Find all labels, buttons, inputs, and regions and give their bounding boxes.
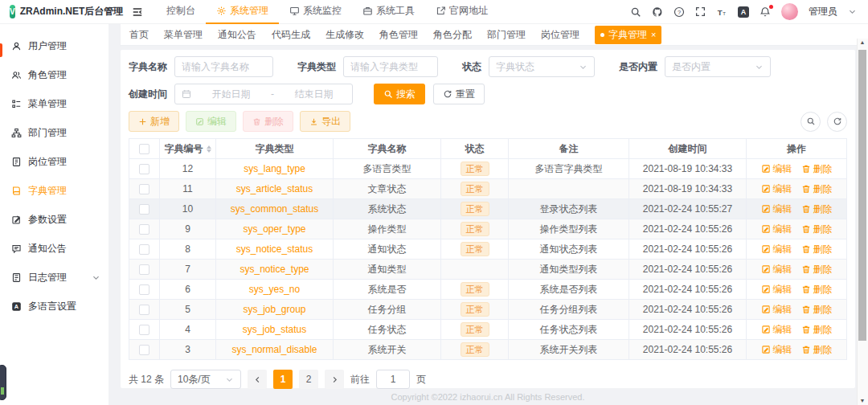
row-edit-button[interactable]: 编辑 <box>761 263 792 276</box>
tab-item[interactable]: 角色管理 <box>379 28 418 42</box>
row-checkbox[interactable] <box>139 284 149 295</box>
scroll-down-icon[interactable]: ▼ <box>857 398 868 403</box>
top-nav-item[interactable]: 系统管理 <box>206 0 279 24</box>
sidebar-item[interactable]: 用户管理 <box>0 31 108 60</box>
top-nav-item[interactable]: 官网地址 <box>425 0 498 24</box>
row-checkbox[interactable] <box>139 325 149 335</box>
tab-active[interactable]: 字典管理× <box>595 26 661 44</box>
col-dict-id[interactable]: 字典编号 <box>160 139 216 159</box>
builtin-select[interactable]: 是否内置 <box>665 56 771 77</box>
avatar[interactable] <box>781 3 798 20</box>
dict-type-link[interactable]: sys_lang_type <box>216 159 334 179</box>
row-checkbox[interactable] <box>139 345 149 355</box>
sidebar-item[interactable]: 岗位管理 <box>0 147 108 176</box>
top-nav-item[interactable]: 控制台 <box>156 0 206 24</box>
next-page-button[interactable] <box>325 370 344 389</box>
row-edit-button[interactable]: 编辑 <box>761 323 792 337</box>
edit-button[interactable]: 编辑 <box>186 111 236 132</box>
tab-item[interactable]: 岗位管理 <box>541 28 579 42</box>
scrollbar[interactable]: ▲ ▼ <box>857 24 868 405</box>
refresh-table-icon[interactable] <box>827 112 847 132</box>
export-button[interactable]: 导出 <box>300 111 350 132</box>
dict-type-link[interactable]: sys_yes_no <box>216 280 334 300</box>
row-edit-button[interactable]: 编辑 <box>761 223 792 236</box>
dict-type-link[interactable]: sys_oper_type <box>216 219 334 239</box>
row-delete-button[interactable]: 删除 <box>801 202 833 216</box>
sidebar-item[interactable]: 菜单管理 <box>0 89 108 118</box>
row-checkbox[interactable] <box>139 264 149 275</box>
row-edit-button[interactable]: 编辑 <box>761 283 792 297</box>
row-edit-button[interactable]: 编辑 <box>761 343 792 357</box>
page-button[interactable]: 1 <box>273 370 293 389</box>
row-checkbox[interactable] <box>139 244 149 255</box>
search-icon[interactable] <box>630 6 641 18</box>
language-switch-icon[interactable]: A <box>738 6 749 18</box>
tab-item[interactable]: 首页 <box>129 28 149 42</box>
top-nav-item[interactable]: 系统工具 <box>352 0 425 24</box>
row-edit-button[interactable]: 编辑 <box>761 202 792 216</box>
help-icon[interactable]: ? <box>674 6 685 18</box>
row-edit-button[interactable]: 编辑 <box>761 182 792 196</box>
sidebar-item[interactable]: 字典管理 <box>0 176 108 205</box>
search-button[interactable]: 搜索 <box>374 84 425 104</box>
row-delete-button[interactable]: 删除 <box>801 263 833 276</box>
row-edit-button[interactable]: 编辑 <box>761 303 792 317</box>
close-icon[interactable]: × <box>651 31 656 39</box>
row-delete-button[interactable]: 删除 <box>801 343 833 357</box>
status-select[interactable]: 字典状态 <box>489 56 595 77</box>
row-checkbox[interactable] <box>139 224 149 235</box>
dict-type-link[interactable]: sys_notice_type <box>216 260 334 280</box>
user-name[interactable]: 管理员 <box>809 5 837 18</box>
row-delete-button[interactable]: 删除 <box>801 283 833 297</box>
dict-type-link[interactable]: sys_notice_status <box>216 239 334 260</box>
row-checkbox[interactable] <box>139 305 149 315</box>
tab-item[interactable]: 部门管理 <box>487 28 526 42</box>
show-search-icon[interactable] <box>800 112 821 132</box>
tab-item[interactable]: 角色分配 <box>433 28 472 42</box>
tab-item[interactable]: 菜单管理 <box>164 28 203 42</box>
fullscreen-icon[interactable] <box>695 6 706 17</box>
font-size-icon[interactable]: TT <box>716 6 727 18</box>
dict-type-link[interactable]: sys_normal_disable <box>216 340 334 360</box>
dict-name-input[interactable] <box>174 56 273 77</box>
scroll-up-icon[interactable]: ▲ <box>857 39 868 45</box>
notification-bell-icon[interactable] <box>760 6 771 18</box>
logo[interactable]: V ZRAdmin.NET后台管理 <box>0 5 121 18</box>
sidebar-item[interactable]: 参数设置 <box>0 205 108 234</box>
top-nav-item[interactable]: 系统监控 <box>279 0 352 24</box>
sidebar-collapse-icon[interactable] <box>132 6 143 18</box>
row-delete-button[interactable]: 删除 <box>801 223 833 236</box>
row-checkbox[interactable] <box>139 204 149 215</box>
dict-type-link[interactable]: sys_article_status <box>216 179 334 199</box>
add-button[interactable]: 新增 <box>129 111 179 132</box>
row-checkbox[interactable] <box>139 164 149 174</box>
row-delete-button[interactable]: 删除 <box>801 323 833 337</box>
sidebar-item[interactable]: 通知公告 <box>0 234 108 263</box>
sidebar-item[interactable]: 日志管理 <box>0 263 108 292</box>
row-delete-button[interactable]: 删除 <box>801 243 833 256</box>
github-icon[interactable] <box>652 6 663 18</box>
tab-item[interactable]: 生成修改 <box>326 28 364 42</box>
sidebar-item[interactable]: 部门管理 <box>0 118 108 147</box>
page-size-select[interactable]: 10条/页 <box>170 370 241 389</box>
row-delete-button[interactable]: 删除 <box>801 182 833 196</box>
dict-type-link[interactable]: sys_job_status <box>216 320 334 340</box>
sidebar-item[interactable]: 角色管理 <box>0 60 108 89</box>
row-delete-button[interactable]: 删除 <box>801 162 833 176</box>
delete-button[interactable]: 删除 <box>243 111 293 132</box>
goto-page-input[interactable] <box>376 370 410 389</box>
row-edit-button[interactable]: 编辑 <box>761 162 792 176</box>
dict-type-link[interactable]: sys_common_status <box>216 199 334 219</box>
prev-page-button[interactable] <box>248 370 267 389</box>
page-button[interactable]: 2 <box>299 370 318 389</box>
sort-icon[interactable] <box>207 145 211 153</box>
floating-widget[interactable] <box>0 365 6 400</box>
dict-type-input[interactable] <box>343 56 438 77</box>
dict-type-link[interactable]: sys_job_group <box>216 300 334 320</box>
tab-item[interactable]: 代码生成 <box>272 28 310 42</box>
sidebar-item[interactable]: A多语言设置 <box>0 292 108 321</box>
chevron-down-icon[interactable] <box>848 7 857 16</box>
row-delete-button[interactable]: 删除 <box>801 303 833 317</box>
scrollbar-thumb[interactable] <box>858 50 866 341</box>
row-checkbox[interactable] <box>139 184 149 194</box>
